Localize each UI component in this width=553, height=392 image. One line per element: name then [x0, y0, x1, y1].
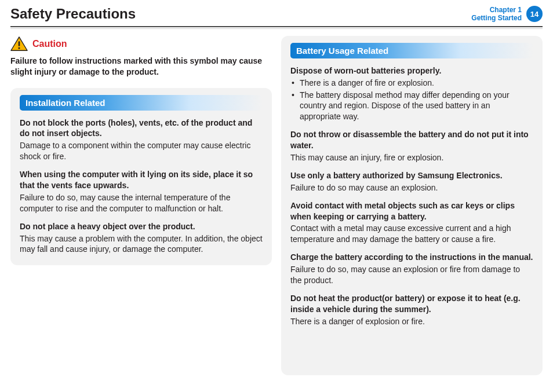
left-column: Caution Failure to follow instructions m… — [10, 36, 272, 375]
install-item-body: Damage to a component within the compute… — [20, 140, 263, 162]
warning-icon — [10, 36, 28, 52]
content-columns: Caution Failure to follow instructions m… — [0, 36, 553, 375]
svg-rect-0 — [19, 41, 20, 46]
battery-item-heading: Avoid contact with metal objects such as… — [290, 200, 533, 222]
divider-thin — [10, 28, 543, 29]
caution-header: Caution — [10, 36, 272, 52]
battery-item-body: Contact with a metal may cause excessive… — [290, 223, 533, 245]
battery-panel: Battery Usage Related Dispose of worn-ou… — [281, 36, 543, 375]
page-header: Safety Precautions Chapter 1 Getting Sta… — [0, 0, 553, 26]
battery-item-heading: Do not heat the product(or battery) or e… — [290, 293, 533, 315]
caution-label: Caution — [32, 39, 67, 49]
battery-item-body: Failure to do so, may cause an explosion… — [290, 264, 533, 286]
page-title: Safety Precautions — [10, 6, 136, 22]
list-item: The battery disposal method may differ d… — [290, 90, 533, 123]
right-column: Battery Usage Related Dispose of worn-ou… — [281, 36, 543, 375]
caution-description: Failure to follow instructions marked wi… — [10, 56, 272, 78]
battery-item-heading: Do not throw or disassemble the battery … — [290, 129, 533, 151]
chapter-line1: Chapter 1 — [471, 6, 522, 14]
chapter-info: Chapter 1 Getting Started 14 — [471, 6, 543, 23]
installation-section-title: Installation Related — [20, 95, 263, 111]
svg-point-1 — [18, 47, 20, 49]
battery-item-body: Failure to do so may cause an explosion. — [290, 182, 533, 193]
battery-section-title: Battery Usage Related — [290, 43, 533, 58]
chapter-line2: Getting Started — [471, 14, 522, 22]
battery-item-heading: Charge the battery according to the inst… — [290, 252, 533, 263]
install-item-body: Failure to do so, may cause the internal… — [20, 192, 263, 214]
install-item-heading: Do not place a heavy object over the pro… — [20, 221, 263, 232]
battery-item-heading: Use only a battery authorized by Samsung… — [290, 170, 533, 181]
battery-item-body: This may cause an injury, fire or explos… — [290, 152, 533, 163]
battery-bullet-list: There is a danger of fire or explosion. … — [290, 78, 533, 123]
chapter-label: Chapter 1 Getting Started — [471, 6, 522, 23]
installation-panel: Installation Related Do not block the po… — [10, 88, 272, 266]
battery-item-body: There is a danger of explosion or fire. — [290, 316, 533, 327]
battery-item-heading: Dispose of worn-out batteries properly. — [290, 65, 533, 76]
list-item: There is a danger of fire or explosion. — [290, 78, 533, 89]
page-number-badge: 14 — [526, 6, 543, 22]
divider-thick — [10, 26, 543, 27]
install-item-heading: When using the computer with it lying on… — [20, 169, 263, 191]
install-item-heading: Do not block the ports (holes), vents, e… — [20, 118, 263, 140]
install-item-body: This may cause a problem with the comput… — [20, 233, 263, 255]
